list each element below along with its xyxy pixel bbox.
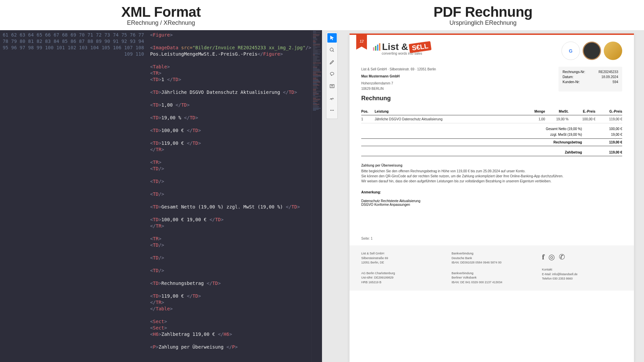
whatsapp-icon[interactable]: ✆ — [559, 251, 565, 262]
xml-panel: XML Format ERechnung / XRechnung 61 62 6… — [0, 0, 322, 362]
line-gutter: 61 62 63 64 65 66 67 68 69 70 71 72 73 7… — [0, 30, 147, 362]
right-subtitle: Ursprünglich ERechnung — [449, 19, 517, 26]
text-box-icon[interactable] — [327, 81, 337, 91]
left-title: XML Format — [121, 4, 201, 20]
svg-point-2 — [330, 72, 334, 75]
lasso-tool-icon[interactable] — [327, 69, 337, 79]
recipient-addr2: 10629 BERLIN — [361, 86, 436, 92]
code-content[interactable]: <Figure> <ImageData src="Bilder/Invoice … — [147, 30, 311, 362]
recipient-addr1: Hohenzollerndamm 7 — [361, 81, 436, 86]
totals: Gesamt Netto (19,00 %)100,00 € zzgl. MwS… — [361, 126, 622, 156]
svg-line-1 — [333, 51, 334, 52]
logo: List & S€LL converting words into sales — [373, 42, 431, 55]
table-header: Pos. Leistung Menge MwSt. E.-Preis G.-Pr… — [361, 108, 622, 115]
address-meta-section: List & Sell GmbH · Silbersteinstr. 69 · … — [350, 63, 634, 95]
pen-tool-icon[interactable] — [327, 57, 337, 67]
logo-text: List & — [382, 42, 408, 52]
pdf-panel: PDF Rechnung Ursprünglich ERechnung 12 — [322, 0, 644, 362]
address-block: List & Sell GmbH · Silbersteinstr. 69 · … — [361, 67, 436, 92]
pdf-viewer: 12 List & S€LL converting words into sal… — [322, 30, 644, 362]
google-partner-badge: G — [561, 42, 580, 60]
code-editor[interactable]: 61 62 63 64 65 66 67 68 69 70 71 72 73 7… — [0, 30, 322, 362]
svg-point-6 — [333, 110, 334, 111]
svg-point-0 — [330, 48, 333, 51]
pdf-toolbar — [326, 32, 338, 119]
pointer-tool-icon[interactable] — [327, 33, 337, 43]
badges: G — [561, 42, 622, 60]
pdf-document[interactable]: 12 List & S€LL converting words into sal… — [350, 34, 634, 362]
signature-icon[interactable] — [327, 94, 337, 103]
zoom-icon[interactable] — [327, 45, 337, 55]
left-header: XML Format ERechnung / XRechnung — [0, 0, 322, 30]
document-title: Rechnung — [350, 95, 634, 105]
logo-tagline: converting words into sales — [382, 52, 431, 55]
sender-line: List & Sell GmbH · Silbersteinstr. 69 · … — [361, 67, 436, 72]
svg-point-5 — [332, 110, 333, 111]
left-subtitle: ERechnung / XRechnung — [127, 19, 195, 26]
right-header: PDF Rechnung Ursprünglich ERechnung — [322, 0, 644, 30]
recipient-name: Max Mustermann GmbH — [361, 74, 436, 79]
payment-info: Zahlung per Überweisung Bitte begleichen… — [361, 163, 622, 184]
more-icon[interactable] — [327, 106, 337, 115]
gold-award-badge — [604, 42, 622, 60]
minimap[interactable] — [311, 30, 322, 362]
page-number: Seite: 1 — [361, 237, 622, 240]
logo-bars-icon — [373, 43, 380, 51]
facebook-icon[interactable]: 𝐟 — [542, 251, 544, 262]
svg-point-4 — [330, 110, 331, 111]
top100-seo-badge — [583, 42, 601, 60]
pdf-header: List & S€LL converting words into sales … — [350, 35, 634, 63]
instagram-icon[interactable]: ◎ — [548, 251, 555, 262]
remarks: Anmerkung: Datenschutz Rechtstexte Aktua… — [361, 190, 622, 206]
pdf-footer: List & Sell GmbH Silbersteinstraße 69 12… — [350, 245, 634, 291]
table-row: 1 Jährliche DSGVO Datenschutz Aktualisie… — [361, 115, 622, 123]
invoice-table: Pos. Leistung Menge MwSt. E.-Preis G.-Pr… — [361, 108, 622, 123]
invoice-meta: Rechnungs-Nr:RE20245233 Datum:18.09.2024… — [558, 67, 622, 92]
right-title: PDF Rechnung — [434, 4, 533, 20]
logo-sell-tag: S€LL — [409, 41, 431, 53]
